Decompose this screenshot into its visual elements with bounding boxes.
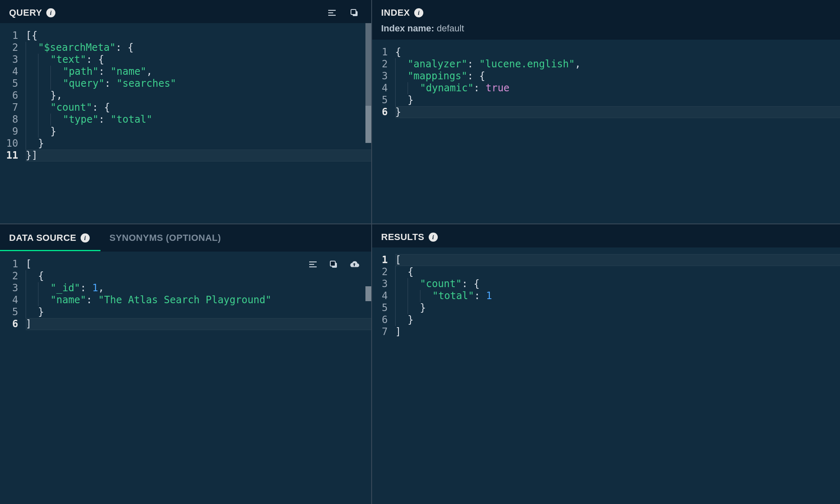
code-line[interactable]: "path": "name",	[26, 66, 371, 78]
info-icon[interactable]: i	[81, 233, 90, 242]
code-line[interactable]: "text": {	[26, 54, 371, 66]
token-str: "searches"	[117, 78, 177, 89]
token-punc: {	[38, 270, 44, 282]
code-line[interactable]: {	[26, 270, 371, 282]
token-punc: ]	[26, 318, 31, 330]
code-line[interactable]: ]	[395, 326, 840, 338]
code-line[interactable]: "total": 1	[395, 290, 840, 302]
code-line[interactable]: "type": "total"	[26, 114, 371, 126]
line-number: 6	[0, 318, 18, 330]
data-source-tabs: DATA SOURCEiSYNONYMS (OPTIONAL)	[0, 224, 371, 252]
format-icon[interactable]	[327, 7, 337, 18]
code-line[interactable]: }	[395, 302, 840, 314]
token-punc: }]	[26, 150, 38, 161]
line-number: 1	[0, 258, 18, 270]
format-icon[interactable]	[308, 259, 318, 270]
code-line[interactable]: ]	[26, 318, 371, 330]
index-title: INDEX	[381, 7, 410, 18]
scrollbar-thumb[interactable]	[365, 23, 371, 106]
query-editor[interactable]: 1234567891011 [{ "$searchMeta": { "text"…	[0, 23, 371, 223]
token-punc: :	[474, 82, 486, 94]
token-key: "mappings"	[408, 70, 468, 82]
tab-data-source[interactable]: DATA SOURCEi	[0, 224, 100, 251]
token-num: 1	[486, 290, 492, 302]
query-title: QUERY	[9, 7, 42, 18]
token-key: "count"	[50, 102, 92, 113]
tab-label: DATA SOURCE	[9, 233, 76, 243]
code-line[interactable]: "count": {	[26, 102, 371, 114]
data-source-editor[interactable]: 123456 [ { "_id": 1, "name": "The Atlas …	[0, 252, 371, 504]
code-line[interactable]: "count": {	[395, 278, 840, 290]
line-number: 1	[372, 254, 388, 266]
code-line[interactable]: {	[395, 266, 840, 278]
line-number: 2	[372, 58, 388, 70]
token-key: "$searchMeta"	[38, 42, 116, 53]
token-punc: :	[86, 294, 98, 306]
copy-icon[interactable]	[349, 7, 360, 18]
code-line[interactable]: }	[26, 126, 371, 138]
code-line[interactable]: }	[395, 94, 840, 106]
copy-icon[interactable]	[328, 259, 339, 270]
token-key: "path"	[63, 66, 99, 77]
line-number: 5	[0, 78, 18, 90]
code-line[interactable]: },	[26, 90, 371, 102]
token-punc: :	[98, 114, 110, 125]
line-number: 5	[0, 306, 18, 318]
token-punc: }	[38, 306, 44, 318]
scrollbar-thumb[interactable]	[365, 106, 371, 143]
token-punc: [{	[26, 30, 38, 41]
token-punc: }	[50, 126, 56, 137]
code-line[interactable]: "dynamic": true	[395, 82, 840, 94]
tab-synonyms-optional-[interactable]: SYNONYMS (OPTIONAL)	[100, 224, 232, 251]
info-icon[interactable]: i	[429, 233, 438, 242]
index-subtitle: Index name: default	[372, 23, 840, 40]
token-punc: },	[50, 90, 62, 101]
line-number: 1	[0, 30, 18, 42]
results-code[interactable]: [ { "count": { "total": 1 } }]	[395, 254, 840, 504]
query-code[interactable]: [{ "$searchMeta": { "text": { "path": "n…	[26, 30, 371, 223]
line-number: 3	[372, 278, 388, 290]
code-line[interactable]: "analyzer": "lucene.english",	[395, 58, 840, 70]
results-panel: RESULTS i 1234567 [ { "count": { "total"…	[372, 224, 840, 504]
code-line[interactable]: [	[395, 254, 840, 266]
info-icon[interactable]: i	[46, 8, 55, 17]
index-editor[interactable]: 123456 { "analyzer": "lucene.english", "…	[372, 40, 840, 223]
line-number: 10	[0, 138, 18, 150]
token-punc: : {	[462, 278, 480, 290]
code-line[interactable]: }	[26, 306, 371, 318]
token-punc: :	[105, 78, 117, 89]
line-number: 1	[372, 46, 388, 58]
data-source-header: DATA SOURCEiSYNONYMS (OPTIONAL)	[0, 224, 371, 252]
tab-label: SYNONYMS (OPTIONAL)	[110, 233, 221, 243]
code-line[interactable]: "mappings": {	[395, 70, 840, 82]
line-number: 7	[0, 102, 18, 114]
code-line[interactable]: }	[395, 314, 840, 326]
results-gutter: 1234567	[372, 254, 395, 504]
code-line[interactable]: "query": "searches"	[26, 78, 371, 90]
index-code[interactable]: { "analyzer": "lucene.english", "mapping…	[395, 46, 840, 223]
code-line[interactable]: "_id": 1,	[26, 282, 371, 294]
results-editor[interactable]: 1234567 [ { "count": { "total": 1 } }]	[372, 247, 840, 504]
index-gutter: 123456	[372, 46, 395, 223]
code-line[interactable]: "$searchMeta": {	[26, 42, 371, 54]
code-line[interactable]: [{	[26, 30, 371, 42]
token-punc: : {	[116, 42, 134, 53]
index-panel: INDEX i Index name: default 123456 { "an…	[372, 0, 840, 224]
token-punc: ,	[98, 282, 104, 294]
index-subtitle-value: default	[437, 23, 464, 33]
code-line[interactable]: {	[395, 46, 840, 58]
code-line[interactable]: }	[395, 106, 840, 118]
info-icon[interactable]: i	[414, 8, 423, 17]
code-line[interactable]: "name": "The Atlas Search Playground"	[26, 294, 371, 306]
token-key: "count"	[420, 278, 462, 290]
code-line[interactable]: }]	[26, 150, 371, 162]
code-line[interactable]: }	[26, 138, 371, 150]
line-number: 6	[372, 106, 388, 118]
token-num: 1	[92, 282, 98, 294]
token-punc: {	[395, 46, 401, 58]
scrollbar-thumb[interactable]	[365, 286, 371, 301]
upload-icon[interactable]	[349, 259, 360, 270]
data-source-code[interactable]: [ { "_id": 1, "name": "The Atlas Search …	[26, 258, 371, 504]
token-key: "name"	[50, 294, 86, 306]
svg-rect-9	[330, 261, 335, 266]
